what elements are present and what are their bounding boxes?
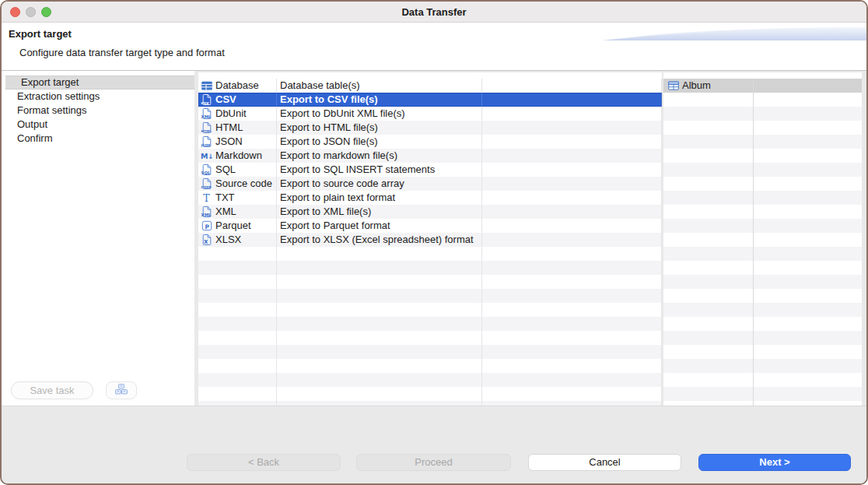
- exporter-row-html[interactable]: HTMLHTMLExport to HTML file(s): [198, 121, 662, 135]
- exporter-extra-cell: [482, 121, 662, 135]
- exporter-label: DbUnit: [215, 107, 247, 121]
- exporter-row-txt[interactable]: TTXTExport to plain text format: [198, 191, 662, 205]
- empty-cell: [754, 149, 862, 163]
- exporter-row-xlsx[interactable]: XXLSXExport to XLSX (Excel spreadsheet) …: [198, 233, 662, 247]
- exporter-extra-cell: [482, 107, 662, 121]
- svg-text:T: T: [203, 192, 210, 204]
- file-icon: HTML: [201, 121, 213, 134]
- sidebar-item-output[interactable]: Output: [2, 118, 194, 132]
- exporter-extra-cell: [482, 149, 662, 163]
- exporter-label: Database: [215, 79, 259, 93]
- parquet-icon: P: [201, 220, 213, 232]
- exporter-description: Export to CSV file(s): [277, 93, 482, 107]
- empty-cell: [754, 163, 862, 177]
- sidebar-item-extraction-settings[interactable]: Extraction settings: [2, 90, 194, 104]
- empty-cell: [663, 191, 754, 205]
- empty-row: [198, 373, 662, 387]
- exporter-label: JSON: [215, 135, 243, 149]
- exporter-extra-cell: [482, 219, 662, 233]
- zoom-icon[interactable]: [41, 7, 51, 17]
- empty-cell: [277, 261, 482, 275]
- empty-cell: [663, 387, 754, 401]
- sidebar-item-confirm[interactable]: Confirm: [2, 132, 194, 146]
- exporter-row-xml[interactable]: XMLXMLExport to XML file(s): [198, 205, 662, 219]
- empty-cell: [754, 205, 862, 219]
- empty-cell: [198, 289, 277, 303]
- file-icon: csv: [201, 93, 213, 106]
- empty-cell: [754, 373, 862, 387]
- empty-cell: [482, 373, 662, 387]
- empty-cell: [277, 275, 482, 289]
- empty-cell: [277, 345, 482, 359]
- exporter-row-source-code[interactable]: CODESource codeExport to source code arr…: [198, 177, 662, 191]
- file-icon: JSON: [201, 135, 213, 148]
- exporter-extra-cell: [482, 191, 662, 205]
- page-subtitle: Configure data transfer target type and …: [19, 47, 225, 58]
- exporter-label: Markdown: [215, 149, 262, 163]
- exporter-name-cell: HTMLHTML: [198, 121, 277, 135]
- empty-cell: [754, 191, 862, 205]
- exporter-list: DatabaseDatabase table(s)csvCSVExport to…: [198, 72, 662, 406]
- empty-cell: [277, 373, 482, 387]
- empty-cell: [754, 219, 862, 233]
- exporter-description: Export to DbUnit XML file(s): [277, 107, 482, 121]
- empty-row: [663, 373, 862, 387]
- proceed-button[interactable]: Proceed: [356, 454, 511, 471]
- file-icon: XML: [201, 206, 213, 218]
- back-button[interactable]: < Back: [187, 454, 341, 471]
- empty-cell: [663, 261, 754, 275]
- table-icon: [201, 79, 213, 92]
- wizard-body: Export targetExtraction settingsFormat s…: [2, 71, 866, 406]
- empty-row: [198, 317, 662, 331]
- exporter-name-cell: JSONJSON: [198, 135, 277, 149]
- exporter-extra-cell: [482, 163, 662, 177]
- exporter-name-cell: TTXT: [198, 191, 277, 205]
- exporter-row-csv[interactable]: csvCSVExport to CSV file(s): [198, 93, 662, 107]
- exporter-row-database[interactable]: DatabaseDatabase table(s): [198, 79, 662, 93]
- empty-cell: [754, 303, 862, 317]
- empty-cell: [663, 149, 754, 163]
- empty-cell: [754, 107, 862, 121]
- exporter-description: Export to SQL INSERT statements: [277, 163, 482, 177]
- empty-row: [663, 289, 862, 303]
- markdown-icon: M↓: [201, 149, 213, 162]
- exporter-description: Export to plain text format: [277, 191, 482, 205]
- empty-cell: [482, 331, 662, 345]
- wizard-steps-panel: Export targetExtraction settingsFormat s…: [2, 71, 194, 406]
- empty-cell: [198, 331, 277, 345]
- sidebar-item-format-settings[interactable]: Format settings: [2, 104, 194, 118]
- empty-cell: [482, 289, 662, 303]
- sidebar-item-export-target[interactable]: Export target: [5, 76, 194, 90]
- empty-cell: [663, 205, 754, 219]
- next-button[interactable]: Next >: [698, 454, 851, 471]
- exporter-row-json[interactable]: JSONJSONExport to JSON file(s): [198, 135, 662, 149]
- exporter-row-markdown[interactable]: M↓MarkdownExport to markdown file(s): [198, 149, 662, 163]
- task-settings-button[interactable]: [106, 381, 137, 399]
- titlebar: Data Transfer: [2, 2, 866, 23]
- exporter-extra-cell: [482, 205, 662, 219]
- empty-cell: [198, 303, 277, 317]
- exporter-extra-cell: [482, 93, 662, 107]
- minimize-icon[interactable]: [26, 7, 36, 17]
- empty-row: [663, 121, 862, 135]
- empty-cell: [663, 121, 754, 135]
- banner-swoosh-decoration: [602, 26, 866, 41]
- cancel-button[interactable]: Cancel: [528, 454, 681, 471]
- source-row-album[interactable]: Album: [663, 79, 862, 93]
- exporter-row-dbunit[interactable]: XMLDbUnitExport to DbUnit XML file(s): [198, 107, 662, 121]
- empty-row: [198, 331, 662, 345]
- exporter-extra-cell: [482, 233, 662, 247]
- exporter-description: Export to XLSX (Excel spreadsheet) forma…: [277, 233, 482, 247]
- exporter-row-parquet[interactable]: PParquetExport to Parquet format: [198, 219, 662, 233]
- svg-text:X: X: [204, 239, 208, 245]
- file-icon: XML: [201, 107, 213, 120]
- empty-row: [198, 303, 662, 317]
- empty-cell: [277, 289, 482, 303]
- empty-cell: [482, 275, 662, 289]
- close-icon[interactable]: [10, 7, 20, 17]
- exporter-row-sql[interactable]: SQLSQLExport to SQL INSERT statements: [198, 163, 662, 177]
- empty-cell: [663, 233, 754, 247]
- save-task-button[interactable]: Save task: [11, 381, 93, 399]
- exporter-extra-cell: [482, 177, 662, 191]
- empty-cell: [754, 247, 862, 261]
